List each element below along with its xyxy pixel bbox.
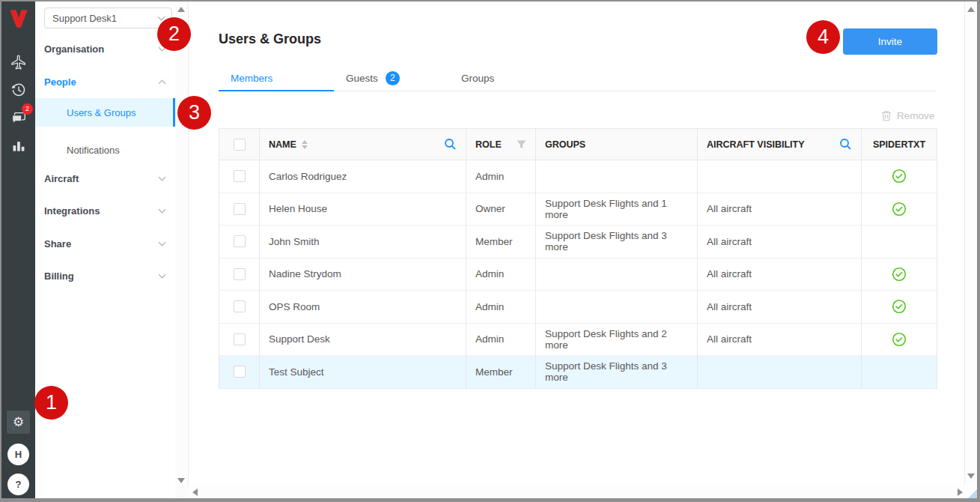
tab-groups[interactable]: Groups [449,66,564,91]
column-header-name[interactable]: NAME [260,129,466,160]
visibility-search-icon[interactable] [839,138,852,151]
reports-icon[interactable] [9,136,28,155]
cell-aircraft-visibility: All aircraft [698,291,862,324]
sidebar-item-notifications[interactable]: Notifications [35,136,175,164]
column-header-groups[interactable]: GROUPS [536,129,698,160]
row-checkbox[interactable] [234,235,246,247]
app-window: 2 ⚙ H ? Support Desk1 Organisation Peopl… [0,0,980,502]
nav-vertical-scrollbar[interactable] [175,1,188,498]
sidebar-item-label: Organisation [44,43,104,55]
table-row[interactable]: Nadine Strydom Admin All aircraft [219,258,937,291]
cell-name: Helen House [260,193,466,226]
sidebar-item-organisation[interactable]: Organisation [35,39,175,58]
column-label: SPIDERTXT [873,139,925,150]
table-row[interactable]: Carlos Rodriguez Admin [219,160,937,193]
table-row[interactable]: OPS Room Admin All aircraft [219,291,937,324]
select-all-checkbox[interactable] [234,139,246,151]
sidebar-item-label: Aircraft [44,173,79,184]
chevron-down-icon [159,239,166,247]
cell-groups: Support Desk Flights and 3 more [536,356,698,389]
row-checkbox[interactable] [234,170,246,182]
history-icon[interactable] [9,80,28,99]
row-checkbox[interactable] [234,333,246,345]
brand-logo-icon[interactable] [4,4,32,32]
invite-button[interactable]: Invite [843,28,937,55]
row-checkbox-cell [219,291,260,324]
scroll-down-arrow-icon[interactable] [967,474,975,479]
spidertxt-enabled-icon [892,332,907,347]
spidertxt-enabled-icon [892,299,907,314]
table-row[interactable]: Helen House Owner Support Desk Flights a… [219,193,937,226]
table-row[interactable]: Support Desk Admin Support Desk Flights … [219,324,937,357]
organisation-selector[interactable]: Support Desk1 [44,7,172,28]
cell-name: OPS Room [260,291,466,324]
annotation-circle-1: 1 [34,386,68,420]
aircraft-tracking-icon[interactable] [9,52,28,71]
cell-role: Admin [466,258,536,291]
column-label: ROLE [475,139,502,150]
scroll-right-arrow-icon[interactable] [958,489,963,496]
sidebar-item-share[interactable]: Share [35,234,175,253]
tab-guests[interactable]: Guests 2 [334,66,449,91]
sidebar-item-integrations[interactable]: Integrations [35,201,175,220]
row-checkbox[interactable] [234,300,246,312]
help-button[interactable]: ? [7,474,29,495]
tab-label: Groups [461,73,494,84]
cell-role: Admin [466,291,536,324]
role-filter-icon[interactable] [517,140,526,149]
remove-button[interactable]: Remove [881,110,937,121]
column-header-aircraft-visibility[interactable]: AIRCRAFT VISIBILITY [698,129,862,160]
row-checkbox[interactable] [234,268,246,280]
sidebar-item-users-groups[interactable]: Users & Groups [35,98,175,127]
sidebar-item-billing[interactable]: Billing [35,266,175,285]
spidertxt-enabled-icon [892,267,907,282]
scroll-left-arrow-icon[interactable] [192,489,198,496]
cell-spidertxt [862,291,937,324]
cell-role: Owner [466,193,536,226]
row-checkbox[interactable] [234,203,246,215]
sidebar-item-aircraft[interactable]: Aircraft [35,169,175,188]
cell-groups [536,291,698,324]
sidebar-item-label: People [44,76,76,88]
messages-icon[interactable]: 2 [9,109,28,127]
tab-label: Guests [346,73,378,84]
row-checkbox-cell [219,226,260,258]
cell-spidertxt [862,226,937,258]
cell-groups [536,258,698,291]
cell-aircraft-visibility: All aircraft [698,258,862,291]
page-title: Users & Groups [219,31,321,47]
cell-spidertxt [862,258,937,291]
column-label: AIRCRAFT VISIBILITY [707,139,805,150]
column-header-spidertxt[interactable]: SPIDERTXT [862,129,937,160]
sidebar-item-people[interactable]: People [35,72,175,91]
cell-aircraft-visibility: All aircraft [698,324,862,357]
cell-spidertxt [862,324,937,357]
cell-groups: Support Desk Flights and 2 more [536,324,698,357]
cell-spidertxt [862,356,937,389]
cell-role: Member [466,226,536,258]
main-vertical-scrollbar[interactable] [964,1,977,485]
table-row[interactable]: John Smith Member Support Desk Flights a… [219,226,937,258]
tab-members[interactable]: Members [219,66,334,91]
row-checkbox[interactable] [234,366,246,378]
tab-bar: Members Guests 2 Groups [219,66,937,91]
column-header-role[interactable]: ROLE [466,129,536,160]
cell-spidertxt [862,160,937,193]
scroll-down-arrow-icon[interactable] [177,478,185,483]
messages-badge: 2 [22,103,33,115]
sidebar-item-label: Integrations [44,205,100,217]
sidebar-item-label: Share [44,238,71,250]
scroll-up-arrow-icon[interactable] [967,7,975,12]
scroll-up-arrow-icon[interactable] [177,7,185,12]
settings-gear-icon[interactable]: ⚙ [7,411,30,434]
name-search-icon[interactable] [444,138,457,151]
table-row[interactable]: Test Subject Member Support Desk Flights… [219,356,937,389]
resize-grip[interactable] [968,489,977,498]
sidebar-item-label: Billing [44,270,74,282]
cell-aircraft-visibility [698,160,862,193]
avatar[interactable]: H [7,444,29,465]
sidebar-item-label: Users & Groups [67,107,136,118]
sort-icon[interactable] [302,140,308,149]
header-checkbox-cell [219,129,260,160]
members-table: NAME ROLE GROUPS AIRCRAFT VISIBILIT [219,128,937,389]
